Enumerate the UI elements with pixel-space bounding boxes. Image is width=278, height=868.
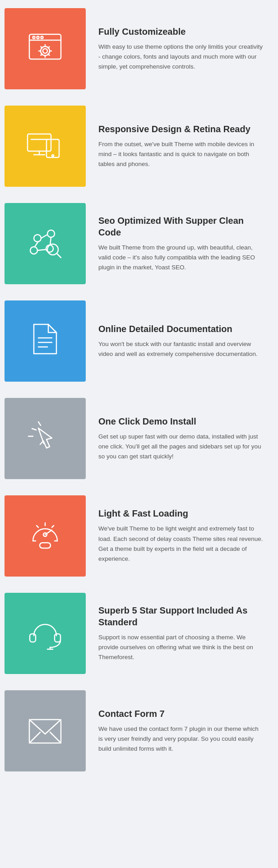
feature-item-demo-install: One Click Demo Install Get set up super … — [0, 390, 278, 487]
svg-line-34 — [38, 422, 41, 425]
feature-desc-fast-loading: We've built Theme to be light weight and… — [98, 524, 264, 564]
svg-line-30 — [57, 254, 61, 258]
feature-title-seo-optimized: Seo Optimized With Supper Clean Code — [98, 215, 264, 238]
icon-box-demo-install — [5, 398, 86, 479]
feature-content-seo-optimized: Seo Optimized With Supper Clean Code We … — [86, 203, 269, 284]
svg-line-51 — [50, 732, 61, 743]
icon-box-responsive-design — [5, 106, 86, 187]
svg-line-50 — [29, 732, 40, 743]
demo-icon — [25, 417, 65, 460]
svg-line-13 — [48, 47, 50, 48]
support-icon — [25, 612, 65, 655]
feature-title-responsive-design: Responsive Design & Retina Ready — [98, 123, 264, 135]
svg-rect-44 — [40, 543, 51, 548]
svg-line-35 — [32, 429, 36, 430]
svg-line-14 — [41, 54, 42, 55]
fast-icon — [25, 515, 65, 557]
icon-box-contact-form — [5, 690, 86, 771]
icon-box-seo-optimized — [5, 203, 86, 284]
feature-content-demo-install: One Click Demo Install Get set up super … — [86, 398, 269, 479]
feature-desc-fully-customizeable: With easy to use theme options the only … — [98, 42, 264, 72]
feature-desc-documentation: You won't be stuck with our fantastic in… — [98, 339, 264, 360]
feature-item-contact-form: Contact Form 7 We have used the contact … — [0, 682, 278, 780]
feature-desc-support: Support is now essential part of choosin… — [98, 633, 264, 663]
feature-desc-seo-optimized: We built Theme from the ground up, with … — [98, 243, 264, 273]
svg-point-19 — [52, 155, 54, 157]
svg-point-24 — [30, 247, 37, 254]
feature-content-fully-customizeable: Fully Customizeable With easy to use the… — [86, 8, 269, 89]
svg-point-21 — [34, 235, 41, 242]
svg-line-42 — [37, 526, 38, 527]
feature-item-seo-optimized: Seo Optimized With Supper Clean Code We … — [0, 195, 278, 292]
icon-box-support — [5, 593, 86, 674]
svg-line-28 — [37, 249, 46, 250]
feature-content-support: Superb 5 Star Support Included As Stande… — [86, 593, 269, 674]
feature-title-fast-loading: Light & Fast Loading — [98, 508, 264, 519]
feature-item-documentation: Online Detailed Documentation You won't … — [0, 292, 278, 390]
feature-title-contact-form: Contact Form 7 — [98, 708, 264, 720]
svg-line-43 — [52, 526, 54, 527]
svg-rect-45 — [30, 634, 36, 642]
contact-icon — [25, 710, 65, 752]
documentation-icon — [25, 320, 65, 362]
svg-line-12 — [48, 54, 50, 55]
feature-item-support: Superb 5 Star Support Included As Stande… — [0, 585, 278, 682]
customizeable-icon — [25, 28, 65, 70]
svg-line-11 — [41, 47, 42, 48]
responsive-icon — [25, 125, 65, 167]
feature-title-demo-install: One Click Demo Install — [98, 416, 264, 427]
feature-content-fast-loading: Light & Fast Loading We've built Theme t… — [86, 495, 269, 577]
feature-content-contact-form: Contact Form 7 We have used the contact … — [86, 690, 269, 771]
icon-box-fast-loading — [5, 495, 86, 577]
features-list: Fully Customizeable With easy to use the… — [0, 0, 278, 780]
svg-rect-49 — [29, 720, 61, 743]
feature-desc-demo-install: Get set up super fast with our demo data… — [98, 432, 264, 462]
svg-rect-15 — [28, 134, 51, 151]
feature-desc-responsive-design: From the outset, we've built Theme with … — [98, 139, 264, 170]
feature-desc-contact-form: We have used the contact form 7 plugin i… — [98, 724, 264, 754]
feature-title-fully-customizeable: Fully Customizeable — [98, 26, 264, 37]
feature-item-fully-customizeable: Fully Customizeable With easy to use the… — [0, 0, 278, 97]
icon-box-fully-customizeable — [5, 8, 86, 89]
feature-item-responsive-design: Responsive Design & Retina Ready From th… — [0, 97, 278, 195]
svg-line-37 — [45, 530, 52, 535]
svg-point-4 — [41, 37, 43, 39]
feature-content-documentation: Online Detailed Documentation You won't … — [86, 300, 269, 382]
svg-point-22 — [47, 230, 55, 237]
svg-line-26 — [50, 237, 51, 245]
icon-box-documentation — [5, 300, 86, 382]
feature-title-documentation: Online Detailed Documentation — [98, 323, 264, 335]
svg-point-3 — [37, 37, 39, 39]
feature-content-responsive-design: Responsive Design & Retina Ready From th… — [86, 106, 269, 187]
svg-rect-46 — [55, 634, 60, 642]
feature-title-support: Superb 5 Star Support Included As Stande… — [98, 605, 264, 628]
seo-icon — [25, 222, 65, 265]
svg-point-6 — [43, 49, 47, 53]
svg-line-25 — [41, 235, 47, 238]
feature-item-fast-loading: Light & Fast Loading We've built Theme t… — [0, 487, 278, 585]
svg-point-2 — [33, 37, 35, 39]
